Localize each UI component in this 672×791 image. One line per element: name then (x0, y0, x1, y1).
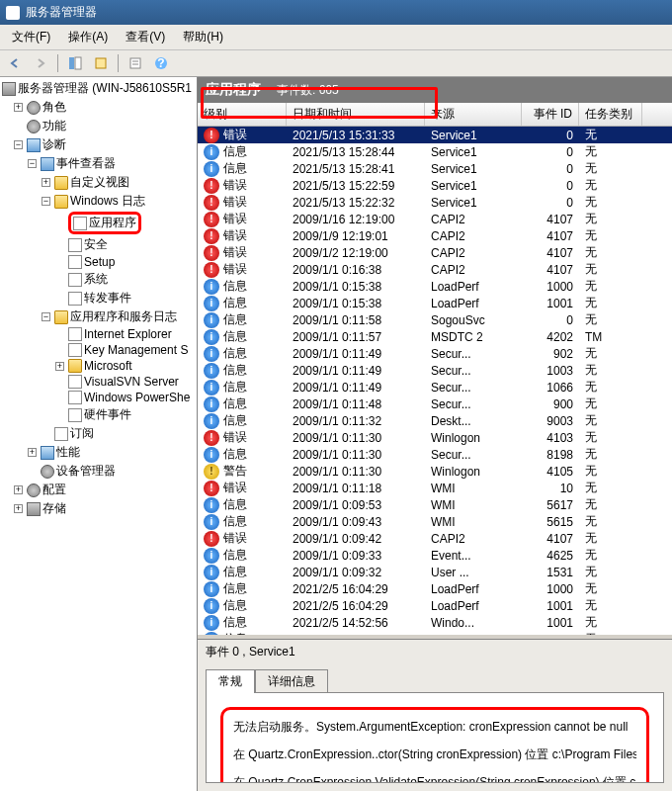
table-row[interactable]: !错误2009/1/1 0:11:18WMI10无 (198, 480, 672, 496)
tree-kms[interactable]: Key Management S (0, 342, 197, 358)
back-button[interactable] (4, 52, 26, 74)
properties-button[interactable] (90, 52, 112, 74)
table-row[interactable]: i信息2009/1/1 0:15:38LoadPerf1000无 (198, 278, 672, 295)
table-row[interactable]: !错误2021/5/13 15:31:33Service10无 (198, 127, 672, 143)
tree-features[interactable]: 功能 (0, 117, 197, 135)
col-date[interactable]: 日期和时间 (287, 103, 425, 126)
col-level[interactable]: 级别 (198, 103, 287, 126)
event-table-body[interactable]: !错误2021/5/13 15:31:33Service10无i信息2021/5… (198, 127, 672, 635)
id-cell: 5615 (522, 514, 579, 530)
table-row[interactable]: i信息2009/1/1 0:15:38LoadPerf1001无 (198, 295, 672, 311)
tab-general[interactable]: 常规 (206, 669, 255, 693)
tree-event-viewer[interactable]: −事件查看器 (0, 154, 197, 173)
tab-detail[interactable]: 详细信息 (255, 669, 328, 693)
table-row[interactable]: !错误2021/5/13 15:22:32Service10无 (198, 194, 672, 211)
table-row[interactable]: i信息2009/1/1 0:09:32User ...1531无 (198, 564, 672, 580)
table-row[interactable]: i信息2021/2/5 14:52:56Windo...1001无 (198, 614, 672, 631)
level-text: 信息 (223, 412, 247, 429)
table-row[interactable]: i信息2021/2/5 16:04:29LoadPerf1000无 (198, 580, 672, 597)
table-row[interactable]: i信息2009/1/1 0:11:57MSDTC 24202TM (198, 328, 672, 345)
tree-windows-logs[interactable]: −Windows 日志 (0, 192, 197, 211)
table-row[interactable]: i信息2009/1/1 0:11:32Deskt...9003无 (198, 412, 672, 429)
table-row[interactable]: i信息2021/5/13 15:28:44Service10无 (198, 143, 672, 160)
tree-security[interactable]: 安全 (0, 235, 197, 254)
table-row[interactable]: i信息2009/1/1 0:11:30Secur...8198无 (198, 446, 672, 463)
tree-diag[interactable]: −诊断 (0, 135, 197, 154)
table-row[interactable]: i信息2021/5/13 15:28:41Service10无 (198, 160, 672, 177)
log-icon (68, 273, 82, 287)
source-cell: Winlogon (425, 430, 522, 446)
expander-icon[interactable]: − (42, 197, 50, 206)
tree-ie[interactable]: Internet Explorer (0, 326, 197, 342)
table-row[interactable]: !错误2009/1/9 12:19:01CAPI24107无 (198, 227, 672, 244)
level-text: 警告 (223, 463, 247, 480)
info-icon: i (204, 363, 219, 379)
date-cell: 2021/5/13 15:22:59 (287, 178, 425, 194)
tree-forwarded[interactable]: 转发事件 (0, 289, 197, 308)
folder-icon (54, 310, 68, 324)
id-cell: 0 (522, 312, 579, 328)
expander-icon[interactable]: + (14, 504, 23, 513)
refresh-button[interactable] (125, 52, 146, 74)
table-row[interactable]: i信息2009/1/1 0:11:49Secur...1066无 (198, 379, 672, 396)
tree-setup[interactable]: Setup (0, 254, 197, 270)
source-cell: LoadPerf (425, 581, 522, 597)
date-cell: 2009/1/1 0:11:57 (287, 329, 425, 345)
menu-action[interactable]: 操作(A) (60, 27, 116, 47)
date-cell: 2009/1/16 12:19:00 (287, 212, 425, 227)
expander-icon[interactable]: + (55, 362, 64, 371)
col-cat[interactable]: 任务类别 (579, 103, 642, 126)
table-row[interactable]: !错误2009/1/2 12:19:00CAPI24107无 (198, 244, 672, 261)
tree-application[interactable]: 应用程序 (0, 211, 197, 235)
help-button[interactable]: ? (150, 52, 172, 74)
table-row[interactable]: i信息2021/2/5 16:04:29LoadPerf1001无 (198, 597, 672, 614)
level-text: 错误 (223, 244, 247, 261)
tree-root[interactable]: 服务器管理器 (WIN-J58610S5R1 (0, 79, 197, 98)
show-hide-button[interactable] (64, 52, 86, 74)
table-row[interactable]: !错误2009/1/1 0:11:30Winlogon4103无 (198, 429, 672, 446)
table-row[interactable]: i信息2009/1/1 0:11:49Secur...1003无 (198, 362, 672, 379)
nav-tree[interactable]: 服务器管理器 (WIN-J58610S5R1 +角色 功能 −诊断 −事件查看器… (0, 77, 198, 791)
expander-icon[interactable]: − (28, 159, 37, 168)
expander-icon[interactable]: + (14, 485, 23, 494)
table-row[interactable]: !错误2021/5/13 15:22:59Service10无 (198, 177, 672, 194)
tree-storage[interactable]: +存储 (0, 499, 197, 518)
table-row[interactable]: !警告2009/1/1 0:11:30Winlogon4105无 (198, 463, 672, 480)
col-src[interactable]: 来源 (425, 103, 522, 126)
table-row[interactable]: i信息2009/1/1 0:09:43WMI5615无 (198, 513, 672, 530)
table-row[interactable]: !错误2009/1/1 0:09:42CAPI24107无 (198, 530, 672, 547)
table-row[interactable]: i信息2009/1/1 0:11:48Secur...900无 (198, 396, 672, 412)
tree-ms[interactable]: +Microsoft (0, 358, 197, 374)
tree-vsvn[interactable]: VisualSVN Server (0, 374, 197, 390)
id-cell: 900 (522, 396, 579, 412)
col-id[interactable]: 事件 ID (522, 103, 579, 126)
menu-file[interactable]: 文件(F) (4, 27, 58, 47)
tree-config[interactable]: +配置 (0, 481, 197, 499)
table-row[interactable]: !错误2009/1/1 0:16:38CAPI24107无 (198, 261, 672, 278)
expander-icon[interactable]: + (14, 103, 23, 112)
expander-icon[interactable]: + (42, 178, 50, 187)
table-row[interactable]: i信息2009/1/1 0:09:33Event...4625无 (198, 547, 672, 564)
id-cell: 0 (522, 128, 579, 143)
table-row[interactable]: !错误2009/1/16 12:19:00CAPI24107无 (198, 211, 672, 227)
tree-hw[interactable]: 硬件事件 (0, 405, 197, 424)
tree-devmgr[interactable]: 设备管理器 (0, 462, 197, 481)
expander-icon[interactable]: − (42, 312, 50, 321)
tree-subs[interactable]: 订阅 (0, 424, 197, 443)
tree-perf[interactable]: +性能 (0, 443, 197, 462)
table-row[interactable]: i信息2009/1/1 0:11:58SogouSvc0无 (198, 311, 672, 328)
menu-help[interactable]: 帮助(H) (175, 27, 231, 47)
tree-system[interactable]: 系统 (0, 270, 197, 289)
menu-view[interactable]: 查看(V) (118, 27, 173, 47)
table-row[interactable]: i信息2009/1/1 0:11:49Secur...902无 (198, 345, 672, 362)
tree-custom-views[interactable]: +自定义视图 (0, 173, 197, 192)
forward-button[interactable] (30, 52, 51, 74)
source-cell: CAPI2 (425, 212, 522, 227)
table-row[interactable]: i信息2009/1/1 0:09:53WMI5617无 (198, 496, 672, 513)
expander-icon[interactable]: + (28, 448, 37, 457)
tree-app-svc-logs[interactable]: −应用程序和服务日志 (0, 308, 197, 326)
tree-roles[interactable]: +角色 (0, 98, 197, 117)
expander-icon[interactable]: − (14, 140, 23, 149)
tree-wps[interactable]: Windows PowerShe (0, 390, 197, 405)
warn-icon: ! (204, 464, 219, 480)
